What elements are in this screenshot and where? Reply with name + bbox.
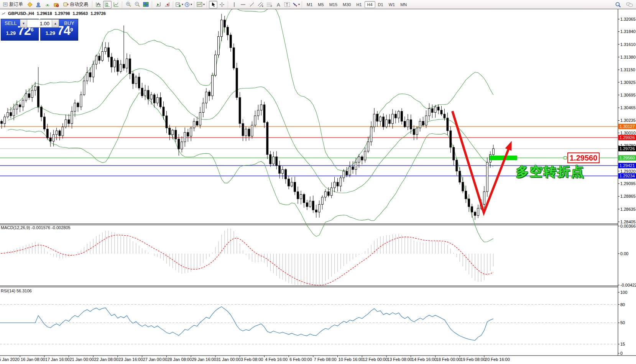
timeframe-m5[interactable]: M5 — [315, 1, 326, 8]
text-button[interactable]: A — [274, 1, 283, 8]
vertical-line-button[interactable] — [230, 1, 238, 8]
favorites-button[interactable] — [26, 1, 34, 8]
bar-chart-icon — [95, 2, 102, 7]
volume-stepper: ▼ 1.00 ▲ — [20, 19, 59, 28]
svg-text:T: T — [286, 3, 288, 7]
cursor-icon — [211, 2, 216, 7]
volume-increase-button[interactable]: ▲ — [52, 20, 59, 27]
autotrading-button[interactable]: 自动交易 — [61, 1, 90, 8]
svg-text:50: 50 — [620, 320, 625, 325]
profiles-button[interactable]: ▾ — [184, 1, 192, 8]
svg-text:15 Jan 2020: 15 Jan 2020 — [0, 357, 20, 362]
chart-shift-button[interactable] — [163, 1, 171, 8]
svg-text:0.00: 0.00 — [620, 251, 628, 256]
crosshair-button[interactable] — [218, 1, 226, 8]
price-chart-svg: 1.320651.318401.316101.313801.311501.309… — [0, 9, 636, 364]
svg-text:1.29421: 1.29421 — [620, 163, 635, 168]
toolbar: 新订单 自动交易 — [0, 0, 636, 9]
timeframe-h1[interactable]: H1 — [353, 1, 364, 8]
text-label-icon: T — [284, 2, 290, 7]
toolbar-separator — [302, 1, 302, 8]
horizontal-line-button[interactable] — [239, 1, 247, 8]
price-callout-box[interactable]: 1.29560 — [567, 152, 600, 163]
dropdown-caret: ▾ — [203, 3, 205, 6]
svg-text:1.31840: 1.31840 — [620, 29, 636, 34]
close-value: 1.29726 — [90, 11, 106, 16]
trendline-button[interactable] — [248, 1, 256, 8]
text-label-button[interactable]: T — [283, 1, 291, 8]
svg-text:1.30127: 1.30127 — [620, 124, 635, 129]
autotrading-label: 自动交易 — [70, 1, 88, 8]
mt4-window: 新订单 自动交易 — [0, 0, 636, 364]
arrows-button[interactable]: ▾ — [292, 1, 300, 8]
candlestick-chart-button[interactable] — [103, 1, 112, 8]
indicators-button[interactable]: ▾ — [196, 1, 205, 8]
toolbar-separator — [228, 1, 228, 8]
toolbar-separator — [152, 1, 153, 8]
svg-text:3 Feb 08:00: 3 Feb 08:00 — [241, 357, 263, 362]
dropdown-caret: ▾ — [298, 3, 300, 6]
market-button[interactable] — [52, 1, 61, 8]
toolbar-separator — [92, 1, 93, 8]
svg-text:1.30695: 1.30695 — [620, 93, 636, 97]
line-chart-icon — [113, 2, 119, 7]
timeframe-m1[interactable]: M1 — [304, 1, 315, 8]
svg-text:23 Jan 16:00: 23 Jan 16:00 — [118, 357, 143, 362]
svg-text:1.29320: 1.29320 — [620, 169, 636, 174]
timeframe-w1[interactable]: W1 — [386, 1, 398, 8]
new-order-label: 新订单 — [9, 1, 23, 8]
svg-text:13 Feb 08:00: 13 Feb 08:00 — [387, 357, 412, 362]
svg-text:1.32065: 1.32065 — [620, 17, 636, 21]
zoom-out-button[interactable] — [133, 1, 141, 8]
zoom-in-icon — [125, 2, 131, 7]
volume-value[interactable]: 1.00 — [27, 20, 52, 27]
new-order-icon — [3, 2, 8, 7]
svg-text:1.29726: 1.29726 — [620, 146, 635, 151]
open-value: 1.29618 — [37, 11, 52, 16]
timeframe-m15[interactable]: M15 — [327, 1, 340, 8]
auto-scroll-button[interactable] — [154, 1, 163, 8]
community-button[interactable] — [35, 1, 43, 8]
timeframe-h4[interactable]: H4 — [365, 1, 375, 8]
new-order-button[interactable]: 新订单 — [1, 1, 25, 8]
timeframe-mn[interactable]: MN — [398, 1, 409, 8]
tile-windows-button[interactable] — [142, 1, 150, 8]
svg-text:12 Feb 00:00: 12 Feb 00:00 — [363, 357, 388, 362]
sell-price-small: 1.29 — [6, 30, 16, 36]
svg-text:27 Jan 00:00: 27 Jan 00:00 — [143, 357, 168, 362]
line-chart-button[interactable] — [112, 1, 120, 8]
svg-text:1.31380: 1.31380 — [620, 55, 636, 59]
fibonacci-button[interactable]: F — [265, 1, 274, 8]
vertical-line-icon — [232, 2, 237, 7]
svg-text:17 Jan 16:00: 17 Jan 16:00 — [45, 357, 70, 362]
svg-text:15: 15 — [620, 342, 625, 346]
svg-text:1.28865: 1.28865 — [620, 194, 636, 198]
svg-text:1.28635: 1.28635 — [620, 207, 636, 212]
zoom-in-button[interactable] — [124, 1, 133, 8]
timeframe-d1[interactable]: D1 — [375, 1, 386, 8]
new-chart-button[interactable]: ▾ — [175, 1, 184, 8]
toolbar-separator — [122, 1, 123, 8]
svg-text:1.30010: 1.30010 — [620, 131, 636, 135]
toolbar-separator — [194, 1, 195, 8]
svg-text:E: E — [262, 5, 263, 7]
svg-text:7 Feb 08:00: 7 Feb 08:00 — [314, 357, 337, 362]
bar-chart-button[interactable] — [94, 1, 103, 8]
signals-button[interactable] — [43, 1, 52, 8]
svg-text:22 Jan 08:00: 22 Jan 08:00 — [94, 357, 118, 362]
chat-button[interactable] — [625, 1, 634, 8]
chart-ohlc-header: GBPUSD-,H4 1.29618 1.29798 1.29563 1.297… — [2, 11, 106, 16]
timeframe-m30[interactable]: M30 — [340, 1, 353, 8]
cursor-button[interactable] — [209, 1, 217, 8]
chart-area[interactable]: 1.320651.318401.316101.313801.311501.309… — [0, 9, 636, 364]
search-button[interactable] — [614, 1, 622, 8]
svg-text:6 Feb 00:00: 6 Feb 00:00 — [289, 357, 312, 362]
equidistant-channel-button[interactable]: E — [256, 1, 265, 8]
chart-shift-icon — [164, 2, 170, 7]
svg-text:20 Feb 16:00: 20 Feb 16:00 — [485, 357, 510, 362]
toolbar-right-group — [614, 1, 634, 8]
volume-decrease-button[interactable]: ▼ — [20, 20, 27, 27]
tile-windows-icon — [143, 2, 149, 7]
svg-text:1.30465: 1.30465 — [620, 105, 636, 110]
svg-text:19 Feb 08:00: 19 Feb 08:00 — [460, 357, 485, 362]
